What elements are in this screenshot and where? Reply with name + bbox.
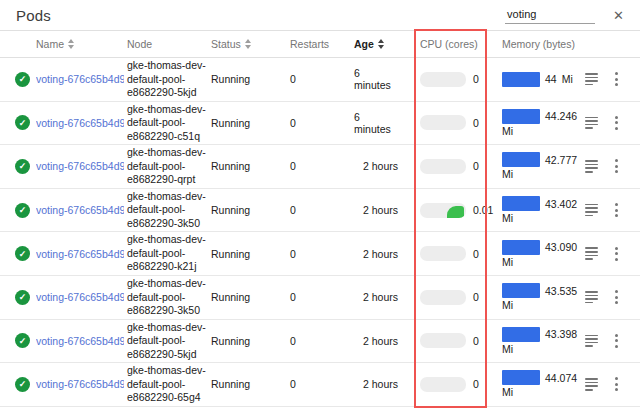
menu-cell [612,69,640,89]
status-ok-icon: ✓ [15,290,30,305]
logs-icon[interactable] [585,73,598,85]
sort-arrows-icon [245,39,251,49]
memory-unit: Mi [502,212,513,224]
pod-name-link[interactable]: voting-676c65b4d9-tpj [36,335,124,347]
logs-cell [585,247,612,259]
logs-icon[interactable] [585,160,598,172]
cpu-sparkline [420,115,466,130]
pod-name-link[interactable]: voting-676c65b4d9-8fl [36,378,124,390]
more-menu-icon[interactable] [612,200,621,220]
memory-cell: 44 Mi [502,72,585,87]
cpu-sparkline [420,333,466,348]
status-ok-icon: ✓ [15,159,30,174]
menu-cell [612,331,640,351]
logs-icon[interactable] [585,247,598,259]
more-menu-icon[interactable] [612,156,621,176]
age-cell: 2 hours [354,204,420,216]
age-cell: 2 hours [354,248,420,260]
cpu-cell: 0 [420,246,502,261]
node-line: e8682290-65g4 [127,391,206,405]
table-row[interactable]: ✓ voting-676c65b4d9-tpr gke-thomas-dev- … [0,102,640,146]
logs-icon[interactable] [585,378,598,390]
node-line: e8682290-3k50 [127,304,206,318]
memory-value: 43.535 [545,285,577,297]
pod-name-link[interactable]: voting-676c65b4d9-nv [36,204,124,216]
menu-cell [612,287,640,307]
table-row[interactable]: ✓ voting-676c65b4d9-72 gke-thomas-dev- d… [0,145,640,189]
node-line: gke-thomas-dev- [127,59,206,73]
column-header-restarts: Restarts [290,38,354,50]
more-menu-icon[interactable] [612,287,621,307]
cpu-sparkline [420,377,466,392]
node-line: gke-thomas-dev- [127,233,206,247]
table-header: Name Node Status Restarts Age CPU (cores… [0,31,640,58]
more-menu-icon[interactable] [612,374,621,394]
menu-cell [612,244,640,264]
memory-value: 44 [545,73,557,85]
pod-name-link[interactable]: voting-676c65b4d9-tpr [36,117,124,129]
pod-name-link[interactable]: voting-676c65b4d9-tj6 [36,291,124,303]
logs-icon[interactable] [585,204,598,216]
column-header-name[interactable]: Name [36,38,127,50]
node-line: default-pool- [127,247,206,261]
memory-value: 44.074 [545,372,577,384]
node-cell: gke-thomas-dev- default-pool- e8682290-k… [127,233,211,274]
node-line: gke-thomas-dev- [127,190,206,204]
age-cell: 2 hours [354,378,420,390]
more-menu-icon[interactable] [612,244,621,264]
cpu-value: 0 [473,378,479,390]
logs-icon[interactable] [585,291,598,303]
node-line: default-pool- [127,116,206,130]
name-cell: voting-676c65b4d9-tj6 [36,291,127,303]
name-cell: voting-676c65b4d9-8fl [36,378,127,390]
table-row[interactable]: ✓ voting-676c65b4d9-srl gke-thomas-dev- … [0,232,640,276]
memory-value: 43.402 [545,198,577,210]
search-input[interactable]: voting [505,6,595,24]
menu-cell [612,200,640,220]
logs-cell [585,73,612,85]
node-line: default-pool- [127,203,206,217]
name-cell: voting-676c65b4d9-srl [36,248,127,260]
memory-bar [502,196,540,211]
pod-name-link[interactable]: voting-676c65b4d9-72 [36,160,124,172]
table-row[interactable]: ✓ voting-676c65b4d9-xs- gke-thomas-dev- … [0,58,640,102]
table-row[interactable]: ✓ voting-676c65b4d9-tj6 gke-thomas-dev- … [0,276,640,320]
cpu-sparkline [420,290,466,305]
more-menu-icon[interactable] [612,113,621,133]
logs-icon[interactable] [585,335,598,347]
restarts-cell: 0 [290,335,354,347]
age-cell: 2 hours [354,291,420,303]
logs-icon[interactable] [585,117,598,129]
table-row[interactable]: ✓ voting-676c65b4d9-8fl gke-thomas-dev- … [0,363,640,407]
cpu-value: 0 [473,335,479,347]
name-cell: voting-676c65b4d9-tpr [36,117,127,129]
column-header-status[interactable]: Status [211,38,290,50]
status-ok-icon: ✓ [15,203,30,218]
status-text-cell: Running [211,160,290,172]
logs-cell [585,160,612,172]
restarts-cell: 0 [290,117,354,129]
logs-cell [585,291,612,303]
more-menu-icon[interactable] [612,69,621,89]
table-row[interactable]: ✓ voting-676c65b4d9-nv gke-thomas-dev- d… [0,189,640,233]
table-row[interactable]: ✓ voting-676c65b4d9-tpj gke-thomas-dev- … [0,320,640,364]
more-menu-icon[interactable] [612,331,621,351]
memory-cell: 44.074 Mi [502,370,585,398]
memory-unit: Mi [502,299,513,311]
memory-bar [502,370,540,385]
node-line: e8682290-5kjd [127,348,206,362]
pod-name-link[interactable]: voting-676c65b4d9-srl [36,248,124,260]
node-line: gke-thomas-dev- [127,277,206,291]
menu-cell [612,113,640,133]
cpu-value: 0 [473,160,479,172]
node-line: e8682290-c51q [127,130,206,144]
pod-name-link[interactable]: voting-676c65b4d9-xs- [36,73,124,85]
close-icon[interactable]: ✕ [611,7,626,24]
node-cell: gke-thomas-dev- default-pool- e8682290-6… [127,364,211,405]
status-cell: ✓ [0,290,36,305]
status-ok-icon: ✓ [15,115,30,130]
name-cell: voting-676c65b4d9-nv [36,204,127,216]
node-cell: gke-thomas-dev- default-pool- e8682290-q… [127,146,211,187]
column-header-age[interactable]: Age [354,38,420,50]
cpu-value: 0 [473,291,479,303]
